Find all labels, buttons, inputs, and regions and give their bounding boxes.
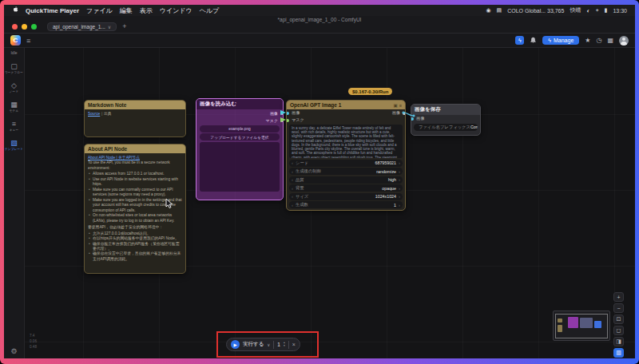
notifications-bell-icon[interactable] [530,37,537,44]
minimap[interactable] [553,311,610,341]
menubar-item-file[interactable]: ファイル [86,6,113,15]
manage-button[interactable]: ϟ Manage [542,36,579,45]
node-header[interactable]: About API Node [85,144,185,153]
input-dot-image[interactable] [286,112,289,115]
prev-option-icon[interactable]: ‹ [292,194,293,199]
output-slot-mask[interactable]: マスク [196,117,283,124]
close-window-button[interactable] [12,24,18,30]
zoom-window-button[interactable] [31,24,37,30]
node-menu-icon[interactable]: ≡ [399,103,402,108]
widget-seed[interactable]: ‹シード687959021› [289,160,403,167]
fit-view-button[interactable]: ⊡ [613,315,624,324]
history-clock-icon[interactable]: ◷ [596,37,601,44]
next-option-icon[interactable]: › [399,177,400,182]
comfyui-logo[interactable]: C [10,35,21,46]
credits-badge[interactable]: ϟ [515,36,524,45]
node-title: OpenAI GPT Image 1 [290,102,341,108]
menubar-stock-ticker[interactable]: COLO Global... 33,765 [507,8,564,14]
output-dot-image[interactable] [403,112,406,115]
decrement-icon[interactable]: ‹ [292,203,293,208]
node-header[interactable]: 画像を保存 [411,105,480,115]
select-mode-button[interactable]: ◻ [613,326,624,335]
search-icon[interactable]: ⌖ [596,7,599,14]
run-button-label[interactable]: 実行する [243,341,264,348]
run-button[interactable]: ▶ [231,340,240,349]
widget-size[interactable]: ‹サイズ1024x1024› [289,193,403,200]
menubar-item-window[interactable]: ウインドウ [160,6,192,15]
decrement-icon[interactable]: ‹ [292,160,293,165]
menubar-item-help[interactable]: ヘルプ [200,6,220,15]
output-dot[interactable] [280,112,284,115]
widget-batch-count[interactable]: ‹生成数1› [289,201,403,208]
widget-background[interactable]: ‹背景opaque› [289,184,403,192]
sidebar-item-models[interactable]: ▦ モデル [10,101,19,113]
stepper-down-icon[interactable]: ▾ [284,345,285,347]
battery-icon[interactable]: ▮ [605,7,608,14]
menubar-weather[interactable]: 快晴 [570,6,581,14]
node-save-image[interactable]: 画像を保存 画像 ファイル名プレフィックスComfyUI [411,104,481,136]
zoom-out-button[interactable]: − [613,303,624,313]
upload-button[interactable]: アップロードするファイルを選択 [200,133,280,140]
next-option-icon[interactable]: › [399,169,400,174]
node-markdown-note[interactable]: Markdown Note Source｜出典 [84,100,186,137]
menubar-item-view[interactable]: 表示 [140,6,153,15]
widget-name: 生成後の制御 [296,168,321,174]
minimap-viewport[interactable] [555,314,608,338]
panel-toggle-button[interactable]: ▥ [613,348,624,358]
increment-icon[interactable]: › [399,160,400,165]
node-header[interactable]: Markdown Note [85,101,185,109]
prev-option-icon[interactable]: ‹ [292,186,293,191]
window-titlebar[interactable]: *api_openai_image_1_00 - ComfyUI api_ope… [4,16,635,34]
next-option-icon[interactable]: › [399,194,400,199]
sidebar-item-nodes[interactable]: ◇ ノード [10,81,19,93]
input-label-image: 画像 [292,110,300,116]
sidebar-item-label: キュー [10,129,19,132]
star-icon[interactable]: ★ [585,37,590,44]
increment-icon[interactable]: › [399,203,400,208]
clear-queue-icon[interactable]: × [292,342,296,347]
workflow-tab[interactable]: api_openai_image_1... ∨ [47,22,117,31]
prev-option-icon[interactable]: ‹ [292,169,293,174]
sidebar-item-templates[interactable]: ▧ テンプレート [5,139,23,151]
about-api-link[interactable]: About API Node | 关于API节点 [88,156,140,160]
minimap-toggle-button[interactable]: ◨ [613,337,624,346]
widget-quality[interactable]: ‹品質high› [289,176,403,184]
sidebar-toggle-icon[interactable]: ≡ [26,37,30,45]
new-tab-button[interactable]: + [122,23,126,30]
input-dot-image[interactable] [411,117,414,121]
user-avatar[interactable] [619,36,629,46]
zoom-in-button[interactable]: + [613,292,624,302]
source-link[interactable]: Source [88,112,100,116]
run-options-chevron-icon[interactable]: ∨ [267,342,270,347]
output-slot-image[interactable]: 画像 [196,109,283,117]
prompt-text-widget[interactable]: In a sunny day, a delicate Eiffel Tower … [289,125,403,158]
zoom-toolbar: + − ⊡ ◻ [613,292,624,335]
image-file-combo[interactable]: example.png [200,125,280,133]
apple-logo-icon[interactable] [12,6,18,15]
layout-grid-icon[interactable]: ▦ [607,37,613,44]
input-dot-mask[interactable] [286,119,289,122]
widget-control-after-generate[interactable]: ‹生成後の制御randomize› [289,168,403,175]
next-option-icon[interactable]: › [399,186,400,191]
batch-count-value[interactable]: 1 [277,342,280,347]
window-manager-icon[interactable]: ▤ [497,7,502,14]
minimize-window-button[interactable] [22,24,27,30]
widget-name: 生成数 [296,202,308,208]
node-openai-gpt-image-1[interactable]: OpenAI GPT Image 1 ▣ ≡ 画像 画像 マスク [286,100,406,211]
settings-gear-icon[interactable]: ⚙ [10,347,17,355]
output-dot[interactable] [280,119,284,122]
sidebar-item-workflows[interactable]: ▢ ワークフロー [5,62,23,74]
node-header[interactable]: 画像を読み込む [196,99,283,109]
widget-filename-prefix[interactable]: ファイル名プレフィックスComfyUI [414,124,478,131]
run-toolbar: ▶ 実行する ∨ 1 ▴ ▾ × [226,338,300,351]
record-icon[interactable]: ◉ [486,7,490,14]
batch-count-stepper[interactable]: ▴ ▾ [284,342,285,347]
sidebar-item-queue[interactable]: ≡ キュー [10,120,19,132]
node-graph-canvas[interactable]: Markdown Note Source｜出典 About API Node A… [25,48,635,358]
node-header[interactable]: OpenAI GPT Image 1 ▣ ≡ [287,101,405,109]
menubar-item-edit[interactable]: 編集 [120,6,133,15]
node-load-image-bypassed[interactable]: 画像を読み込む 画像 マスク example.png アップロードするファイルを… [196,98,284,200]
prev-option-icon[interactable]: ‹ [292,177,293,182]
control-center-icon[interactable]: ◐ [586,8,589,14]
menubar-app-name[interactable]: QuickTime Player [26,7,79,14]
